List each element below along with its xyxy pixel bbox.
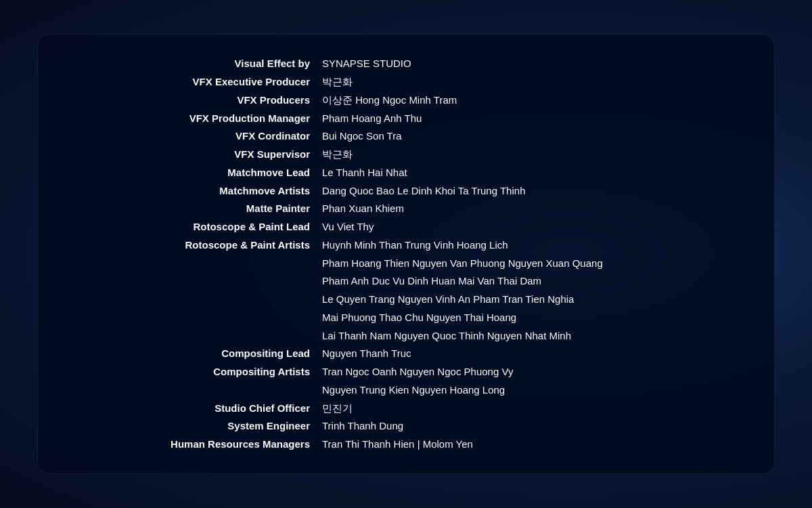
role-label: Compositing Lead: [65, 345, 322, 363]
role-label-empty: [65, 254, 322, 272]
credits-panel: Visual Effect bySYNAPSE STUDIOVFX Execut…: [37, 34, 775, 475]
table-row: Compositing LeadNguyen Thanh Truc: [65, 345, 747, 363]
table-row: Rotoscope & Paint LeadVu Viet Thy: [65, 218, 747, 236]
role-label-empty: [65, 381, 322, 399]
role-label: Matte Painter: [65, 200, 322, 218]
name-value: SYNAPSE STUDIO: [322, 55, 747, 73]
name-value: 박근화: [322, 146, 747, 164]
table-row: Rotoscope & Paint ArtistsHuynh Minh Than…: [65, 236, 747, 254]
table-row: System EngineerTrinh Thanh Dung: [65, 417, 747, 436]
role-label: Visual Effect by: [65, 55, 322, 73]
table-row: Pham Anh Duc Vu Dinh Huan Mai Van Thai D…: [65, 272, 747, 291]
role-label: VFX Supervisor: [65, 146, 322, 164]
role-label: Human Resources Managers: [65, 436, 322, 454]
name-value: Dang Quoc Bao Le Dinh Khoi Ta Trung Thin…: [322, 182, 747, 200]
role-label-empty: [65, 291, 322, 309]
table-row: Le Quyen Trang Nguyen Vinh An Pham Tran …: [65, 291, 747, 309]
name-value: Vu Viet Thy: [322, 218, 747, 236]
role-label: VFX Production Manager: [65, 109, 322, 127]
table-row: Matchmove LeadLe Thanh Hai Nhat: [65, 163, 747, 182]
table-row: Nguyen Trung Kien Nguyen Hoang Long: [65, 381, 747, 399]
name-value: Trinh Thanh Dung: [322, 417, 747, 436]
table-row: VFX Supervisor박근화: [65, 146, 747, 164]
name-value: Lai Thanh Nam Nguyen Quoc Thinh Nguyen N…: [322, 326, 747, 345]
name-value: Pham Hoang Thien Nguyen Van Phuong Nguye…: [322, 254, 747, 272]
role-label: VFX Producers: [65, 91, 322, 109]
table-row: Matte PainterPhan Xuan Khiem: [65, 200, 747, 218]
table-row: Pham Hoang Thien Nguyen Van Phuong Nguye…: [65, 254, 747, 272]
credits-table: Visual Effect bySYNAPSE STUDIOVFX Execut…: [65, 55, 747, 454]
role-label: Studio Chief Officer: [65, 399, 322, 417]
table-row: VFX Production ManagerPham Hoang Anh Thu: [65, 109, 747, 127]
table-row: VFX Producers이상준 Hong Ngoc Minh Tram: [65, 91, 747, 109]
name-value: Tran Thi Thanh Hien | Molom Yen: [322, 436, 747, 454]
name-value: Le Thanh Hai Nhat: [322, 163, 747, 182]
table-row: Compositing ArtistsTran Ngoc Oanh Nguyen…: [65, 363, 747, 381]
name-value: 이상준 Hong Ngoc Minh Tram: [322, 91, 747, 109]
table-row: Mai Phuong Thao Chu Nguyen Thai Hoang: [65, 308, 747, 326]
table-row: Lai Thanh Nam Nguyen Quoc Thinh Nguyen N…: [65, 326, 747, 345]
role-label: Matchmove Lead: [65, 163, 322, 182]
name-value: Nguyen Trung Kien Nguyen Hoang Long: [322, 381, 747, 399]
role-label: VFX Cordinator: [65, 127, 322, 146]
role-label: Rotoscope & Paint Artists: [65, 236, 322, 254]
table-row: VFX CordinatorBui Ngoc Son Tra: [65, 127, 747, 146]
table-row: Studio Chief Officer민진기: [65, 399, 747, 417]
table-row: VFX Executive Producer박근화: [65, 73, 747, 91]
role-label: System Engineer: [65, 417, 322, 436]
name-value: Le Quyen Trang Nguyen Vinh An Pham Tran …: [322, 291, 747, 309]
role-label-empty: [65, 326, 322, 345]
name-value: Phan Xuan Khiem: [322, 200, 747, 218]
name-value: Pham Hoang Anh Thu: [322, 109, 747, 127]
name-value: Nguyen Thanh Truc: [322, 345, 747, 363]
role-label-empty: [65, 272, 322, 291]
role-label-empty: [65, 308, 322, 326]
name-value: 민진기: [322, 399, 747, 417]
name-value: Pham Anh Duc Vu Dinh Huan Mai Van Thai D…: [322, 272, 747, 291]
role-label: VFX Executive Producer: [65, 73, 322, 91]
role-label: Matchmove Artists: [65, 182, 322, 200]
table-row: Matchmove ArtistsDang Quoc Bao Le Dinh K…: [65, 182, 747, 200]
name-value: 박근화: [322, 73, 747, 91]
role-label: Compositing Artists: [65, 363, 322, 381]
name-value: Huynh Minh Than Trung Vinh Hoang Lich: [322, 236, 747, 254]
name-value: Mai Phuong Thao Chu Nguyen Thai Hoang: [322, 308, 747, 326]
name-value: Bui Ngoc Son Tra: [322, 127, 747, 146]
table-row: Human Resources ManagersTran Thi Thanh H…: [65, 436, 747, 454]
name-value: Tran Ngoc Oanh Nguyen Ngoc Phuong Vy: [322, 363, 747, 381]
table-row: Visual Effect bySYNAPSE STUDIO: [65, 55, 747, 73]
role-label: Rotoscope & Paint Lead: [65, 218, 322, 236]
